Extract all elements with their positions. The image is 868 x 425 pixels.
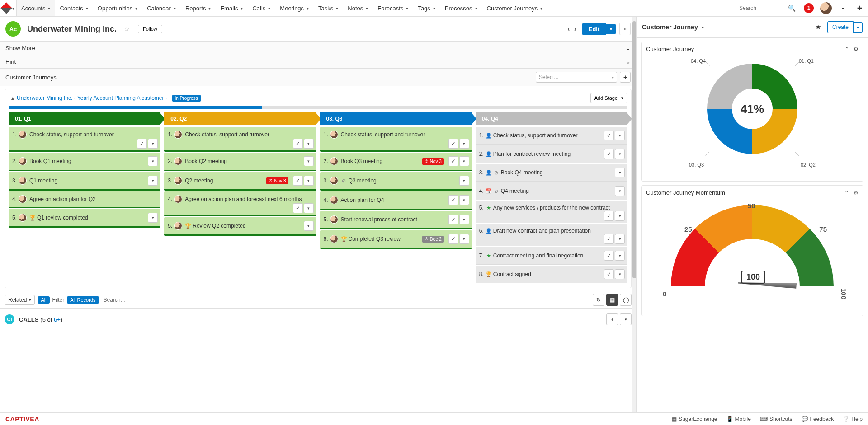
filter-label[interactable]: Filter (52, 297, 65, 303)
nav-item-accounts[interactable]: Accounts▾ (17, 0, 55, 16)
edit-dropdown[interactable]: ▾ (606, 24, 616, 34)
task-card[interactable]: 4.Agree on action plan and forecast next… (164, 191, 316, 216)
collapse-right-button[interactable]: » (619, 23, 631, 35)
gear-icon[interactable]: ⚙ (854, 190, 859, 196)
task-menu-button[interactable]: ▾ (459, 215, 469, 224)
gear-icon[interactable]: ⚙ (854, 46, 859, 52)
task-menu-button[interactable]: ▾ (459, 234, 469, 244)
nav-item-emails[interactable]: Emails▾ (216, 0, 248, 16)
calls-subpanel[interactable]: CI CALLS (5 of 6+) + ▾ (0, 308, 636, 330)
footer-help[interactable]: ❔Help (843, 416, 863, 422)
task-card[interactable]: 2.Book Q2 meeting▾ (164, 153, 316, 171)
edit-button[interactable]: Edit (582, 23, 606, 35)
complete-task-button[interactable]: ✓ (448, 195, 458, 205)
stage-header[interactable]: 01. Q1 (9, 112, 160, 125)
complete-task-button[interactable]: ✓ (604, 251, 614, 261)
complete-task-button[interactable]: ✓ (604, 269, 614, 279)
collapse-journey-toggle[interactable]: ▴ (9, 95, 17, 101)
nav-item-notes[interactable]: Notes▾ (343, 0, 373, 16)
task-card[interactable]: 3.👤⊘Book Q4 meeting▾ (476, 164, 627, 182)
complete-task-button[interactable]: ✓ (293, 203, 303, 213)
task-menu-button[interactable]: ▾ (304, 139, 314, 149)
task-menu-button[interactable]: ▾ (148, 176, 158, 186)
task-menu-button[interactable]: ▾ (304, 156, 314, 166)
task-menu-button[interactable]: ▾ (148, 156, 158, 166)
complete-task-button[interactable]: ✓ (448, 215, 458, 224)
task-card[interactable]: 4.Agree on action plan for Q2 (9, 191, 160, 208)
complete-task-button[interactable]: ✓ (604, 234, 614, 244)
task-menu-button[interactable]: ▾ (615, 149, 625, 159)
complete-task-button[interactable]: ✓ (448, 156, 458, 166)
user-avatar[interactable] (820, 2, 832, 14)
task-menu-button[interactable]: ▾ (615, 211, 625, 221)
task-card[interactable]: 1.Check status, support and turnover✓▾ (9, 127, 160, 152)
nav-item-customer-journeys[interactable]: Customer Journeys▾ (482, 0, 548, 16)
next-record-button[interactable]: › (572, 23, 579, 34)
collapse-icon[interactable]: ⌃ (844, 46, 849, 52)
footer-feedback[interactable]: 💬Feedback (802, 416, 834, 422)
favorite-star-icon[interactable]: ★ (815, 23, 821, 31)
task-menu-button[interactable]: ▾ (615, 234, 625, 244)
task-card[interactable]: 5.🏆Review Q2 completed▾ (164, 217, 316, 236)
add-stage-button[interactable]: Add Stage ▾ (590, 93, 627, 103)
create-button[interactable]: Create (827, 21, 854, 33)
grid-view-button[interactable]: ▦ (606, 294, 618, 306)
search-icon[interactable]: 🔍 (783, 0, 800, 16)
hint-section[interactable]: Hint ⌄ (0, 55, 636, 69)
nav-item-contacts[interactable]: Contacts▾ (55, 0, 93, 16)
nav-item-opportunities[interactable]: Opportunities▾ (93, 0, 142, 16)
right-panel-dropdown[interactable]: ▾ (702, 25, 704, 30)
task-card[interactable]: 1.Check status, support and turnover✓▾ (164, 127, 316, 152)
nav-item-tasks[interactable]: Tasks▾ (314, 0, 343, 16)
nav-item-calls[interactable]: Calls▾ (248, 0, 275, 16)
journey-link[interactable]: Underwater Mining Inc. - Yearly Account … (17, 95, 164, 101)
task-menu-button[interactable]: ▾ (615, 186, 625, 196)
scrollbar-thumb[interactable] (632, 21, 636, 278)
add-journey-button[interactable]: + (620, 72, 631, 83)
collapse-icon[interactable]: ⌃ (844, 190, 849, 196)
complete-task-button[interactable]: ✓ (137, 139, 147, 149)
list-view-button[interactable]: ◯ (620, 294, 632, 306)
calls-menu-button[interactable]: ▾ (620, 313, 632, 325)
task-menu-button[interactable]: ▾ (459, 176, 469, 186)
nav-item-meetings[interactable]: Meetings▾ (275, 0, 314, 16)
complete-task-button[interactable]: ✓ (448, 234, 458, 244)
nav-item-tags[interactable]: Tags▾ (413, 0, 440, 16)
complete-task-button[interactable]: ✓ (604, 211, 614, 221)
task-card[interactable]: 3.⊘Q3 meeting▾ (320, 172, 472, 191)
footer-shortcuts[interactable]: ⌨Shortcuts (760, 416, 793, 422)
stage-header[interactable]: 03. Q3 (320, 112, 472, 125)
task-card[interactable]: 5.Start renewal proces of contract✓▾ (320, 211, 472, 229)
task-card[interactable]: 2.👤Plan for contract review meeting✓▾ (476, 145, 627, 163)
complete-task-button[interactable]: ✓ (604, 149, 614, 159)
task-card[interactable]: 5.🏆Q1 review completed▾ (9, 209, 160, 228)
task-menu-button[interactable]: ▾ (615, 131, 625, 140)
filter-all-chip[interactable]: All (38, 296, 49, 304)
task-card[interactable]: 6.👤Draft new contract and plan presentat… (476, 224, 627, 246)
task-card[interactable]: 3.Q1 meeting▾ (9, 172, 160, 191)
nav-item-reports[interactable]: Reports▾ (181, 0, 216, 16)
nav-item-calendar[interactable]: Calendar▾ (142, 0, 181, 16)
task-menu-button[interactable]: ▾ (148, 139, 158, 149)
stage-header[interactable]: 04. Q4 (476, 112, 627, 125)
task-card[interactable]: 1.👤Check status, support and turnover✓▾ (476, 127, 627, 145)
task-menu-button[interactable]: ▾ (148, 213, 158, 223)
complete-task-button[interactable]: ✓ (293, 139, 303, 149)
task-card[interactable]: 2.Book Q3 meetingNov 3✓▾ (320, 153, 472, 171)
filter-all-records-chip[interactable]: All Records (67, 296, 99, 304)
task-menu-button[interactable]: ▾ (459, 139, 469, 149)
task-card[interactable]: 1.Check status, support and turnover✓▾ (320, 127, 472, 152)
task-card[interactable]: 2.Book Q1 meeting▾ (9, 153, 160, 171)
create-dropdown[interactable]: ▾ (854, 22, 863, 33)
refresh-button[interactable]: ↻ (593, 294, 604, 306)
task-menu-button[interactable]: ▾ (304, 221, 314, 231)
task-menu-button[interactable]: ▾ (615, 269, 625, 279)
calls-add-button[interactable]: + (606, 313, 618, 325)
task-card[interactable]: 8.🏆Contract signed✓▾ (476, 266, 627, 283)
app-logo[interactable]: ▾ (0, 0, 17, 16)
related-dropdown[interactable]: Related ▾ (5, 295, 35, 305)
task-card[interactable]: 4.Action plan for Q4✓▾ (320, 191, 472, 210)
chevron-down-icon[interactable]: ▾ (835, 0, 851, 16)
stage-header[interactable]: 02. Q2 (164, 112, 316, 125)
show-more-section[interactable]: Show More ⌄ (0, 42, 636, 55)
